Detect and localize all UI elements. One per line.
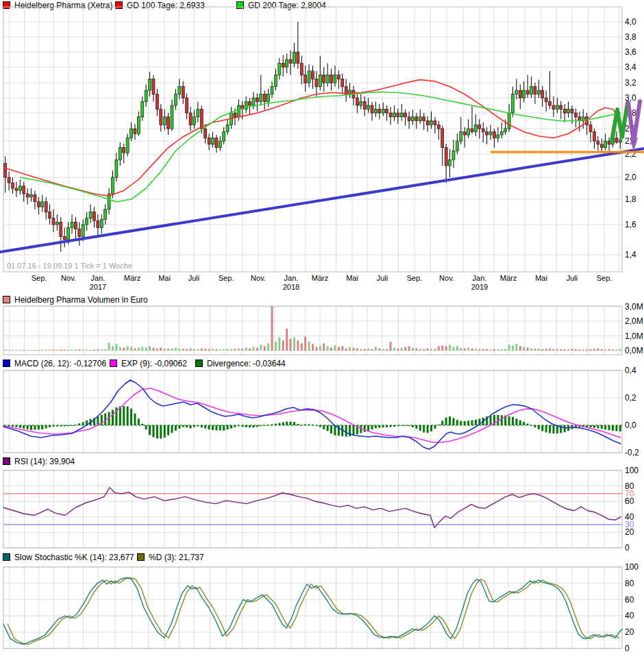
x-axis-label: Nov.	[439, 274, 454, 282]
x-axis-label: Sep.	[597, 274, 612, 282]
candlestick	[282, 64, 284, 68]
candlestick	[293, 52, 295, 64]
candlestick	[219, 141, 221, 148]
x-axis-year-label: 2018	[283, 283, 299, 291]
x-axis-label: März	[124, 274, 140, 282]
macd-histogram-bar	[612, 425, 614, 431]
candlestick	[493, 132, 495, 138]
candlestick	[178, 87, 181, 94]
candlestick	[619, 140, 621, 142]
candlestick	[374, 110, 377, 114]
macd-histogram-bar	[538, 425, 540, 429]
volume-bar	[427, 349, 429, 351]
candlestick	[389, 113, 392, 117]
stoch-y-axis-label: 20	[625, 627, 634, 637]
macd-histogram-bar	[427, 425, 429, 433]
candlestick	[400, 113, 403, 117]
candlestick	[86, 218, 88, 225]
candlestick	[82, 225, 84, 237]
volume-bar	[404, 347, 406, 351]
macd-histogram-bar	[619, 425, 621, 431]
macd-histogram-bar	[564, 425, 566, 432]
volume-bar	[567, 349, 569, 351]
macd-histogram-bar	[334, 425, 336, 436]
volume-bar	[45, 350, 47, 351]
volume-bar	[564, 349, 566, 351]
candlestick	[404, 113, 407, 117]
candlestick	[571, 110, 573, 114]
volume-bar	[115, 344, 117, 351]
volume-bar	[212, 349, 214, 351]
volume-bar	[530, 349, 532, 351]
rsi-y-axis-label: 100	[625, 466, 639, 475]
chart-canvas[interactable]: 4,03,83,63,43,23,02,82,62,42,22,01,81,61…	[0, 0, 644, 656]
volume-bar	[401, 348, 403, 351]
macd-histogram-bar	[164, 425, 166, 438]
macd-histogram-bar	[167, 425, 169, 436]
macd-histogram-bar	[152, 425, 154, 437]
macd-histogram-bar	[467, 420, 469, 425]
candlestick	[356, 98, 358, 105]
candlestick	[63, 237, 66, 240]
macd-histogram-bar	[286, 422, 288, 425]
candlestick	[445, 148, 447, 166]
candlestick	[315, 79, 318, 86]
candlestick	[452, 151, 455, 160]
candlestick	[367, 105, 370, 110]
candlestick	[415, 117, 418, 121]
volume-bar	[541, 349, 543, 351]
candlestick	[12, 183, 14, 188]
volume-bar	[267, 343, 269, 351]
x-axis-label: Nov.	[251, 274, 266, 282]
volume-bar	[408, 346, 410, 351]
volume-bar	[578, 349, 580, 351]
stoch-k-line	[3, 577, 622, 644]
macd-histogram-bar	[149, 425, 151, 435]
volume-bar	[286, 329, 288, 351]
panel-border	[3, 470, 622, 548]
candlestick	[556, 105, 558, 110]
macd-histogram-bar	[375, 425, 377, 428]
volume-bar	[323, 343, 325, 351]
price-y-axis-label: 2,0	[625, 173, 636, 182]
volume-bar	[434, 349, 436, 351]
volume-bar	[260, 344, 262, 351]
volume-bar	[167, 349, 169, 351]
macd-histogram-bar	[123, 406, 125, 425]
volume-bar	[86, 349, 88, 351]
candlestick	[289, 60, 292, 64]
volume-bar	[19, 350, 21, 351]
candlestick	[123, 148, 125, 153]
x-axis-label: März	[500, 274, 517, 282]
volume-bar	[256, 348, 258, 351]
volume-bar	[215, 349, 217, 351]
candlestick	[526, 90, 529, 94]
candlestick	[360, 102, 362, 106]
macd-histogram-bar	[290, 422, 292, 425]
candlestick	[574, 113, 577, 117]
macd-histogram-bar	[175, 425, 177, 431]
volume-bar	[360, 349, 362, 351]
volume-bar	[571, 349, 573, 351]
volume-bar	[190, 349, 192, 351]
volume-bar	[382, 349, 384, 351]
volume-bar	[597, 349, 599, 351]
candlestick	[174, 94, 177, 106]
macd-histogram-bar	[171, 425, 173, 433]
volume-bar	[490, 349, 492, 351]
volume-bar	[64, 350, 66, 351]
macd-histogram-bar	[345, 425, 347, 437]
volume-bar	[90, 350, 92, 351]
candlestick	[200, 110, 203, 129]
volume-bar	[271, 307, 273, 351]
volume-bar	[223, 349, 225, 351]
candlestick	[604, 141, 607, 148]
volume-bar	[441, 345, 443, 351]
candlestick	[149, 79, 151, 90]
volume-bar	[460, 348, 462, 351]
macd-histogram-bar	[327, 425, 329, 431]
candlestick	[112, 177, 114, 194]
macd-histogram-bar	[112, 410, 114, 425]
candlestick	[430, 121, 433, 125]
volume-bar	[397, 349, 399, 351]
